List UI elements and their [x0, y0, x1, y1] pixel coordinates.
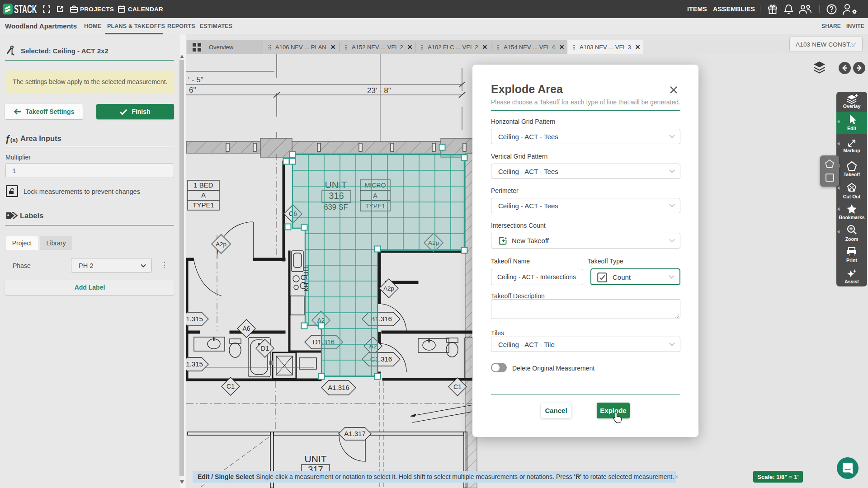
svg-text:A6: A6 — [242, 325, 250, 332]
svg-text:A2p: A2p — [216, 241, 226, 248]
svg-text:A1.316: A1.316 — [328, 384, 349, 391]
svg-text:1.315: 1.315 — [186, 315, 203, 323]
svg-text:C1: C1 — [453, 383, 462, 390]
svg-text:A2p: A2p — [383, 285, 394, 292]
svg-text:1 BED: 1 BED — [193, 181, 213, 189]
svg-text:UNIT: UNIT — [305, 454, 327, 464]
svg-text:23' - 8": 23' - 8" — [367, 86, 391, 95]
svg-text:C1: C1 — [226, 383, 235, 390]
svg-text:D1: D1 — [261, 345, 269, 352]
svg-text:1.315: 1.315 — [186, 360, 203, 368]
svg-text:A: A — [201, 191, 206, 199]
svg-text:A1.317: A1.317 — [344, 430, 366, 437]
svg-text:TYPE1: TYPE1 — [193, 201, 214, 209]
svg-text:6": 6" — [189, 86, 196, 94]
svg-text:' - 5": ' - 5" — [188, 75, 203, 84]
svg-text:KIT FULL: KIT FULL — [302, 264, 310, 291]
